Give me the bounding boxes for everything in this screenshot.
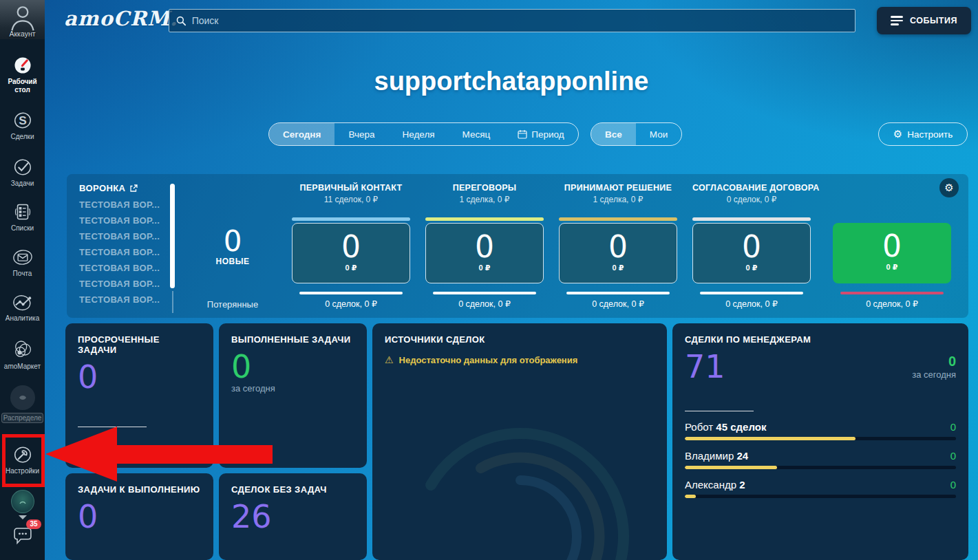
stage-name: ПРИНИМАЮТ РЕШЕНИЕ — [559, 183, 677, 193]
stage-footer-bar — [299, 292, 403, 294]
search-input[interactable] — [192, 15, 848, 26]
card-title: ВЫПОЛНЕННЫЕ ЗАДАЧИ — [231, 334, 354, 345]
pipeline-item[interactable]: ТЕСТОВАЯ ВОР... — [79, 215, 160, 226]
done-tasks-subtitle: за сегодня — [231, 383, 354, 394]
gear-icon: ⚙ — [893, 128, 902, 140]
funnel-title[interactable]: ВОРОНКА — [79, 183, 138, 193]
tab-yesterday[interactable]: Вчера — [334, 123, 388, 145]
sidebar-item-market[interactable]: amoМаркет — [0, 338, 45, 371]
no-data-warning: ⚠ Недостаточно данных для отображения — [385, 354, 655, 365]
chat-icon-wrap: 35 — [11, 524, 34, 548]
stage-amount: 0 ₽ — [833, 263, 951, 272]
stage-value: 0 — [293, 232, 410, 262]
annotation-arrow-head — [45, 427, 117, 482]
manager-row: Владимир 24 0 — [685, 450, 956, 469]
stage-color-bar — [292, 217, 410, 221]
sidebar-item-lists[interactable]: Списки — [0, 202, 45, 233]
stage-box[interactable]: 0 0 ₽ — [559, 223, 677, 283]
stage-name: ПЕРВИЧНЫЙ КОНТАКТ — [292, 183, 410, 193]
funnel-list-scrollbar[interactable] — [170, 184, 175, 288]
manager-today-value: 0 — [950, 479, 956, 491]
card-no-task-leads: СДЕЛОК БЕЗ ЗАДАЧ 26 — [219, 473, 367, 560]
page-title: supportchatapponline — [45, 67, 978, 96]
configure-button-label: Настроить — [907, 129, 953, 140]
manager-bar-fill — [685, 437, 855, 440]
annotation-arrow-shaft — [116, 445, 273, 464]
manager-name: Владимир 24 — [685, 450, 748, 462]
manager-name: Александр 2 — [685, 479, 745, 491]
card-title: СДЕЛКИ ПО МЕНЕДЖЕРАМ — [685, 334, 811, 345]
overdue-tasks-value: 0 — [78, 360, 201, 394]
sidebar-item-label: Задачи — [11, 180, 34, 188]
today-label: за сегодня — [912, 369, 956, 380]
sidebar-item-distribution[interactable]: Распределе — [0, 385, 45, 423]
pipeline-item[interactable]: ТЕСТОВАЯ ВОР... — [79, 294, 160, 305]
divider — [685, 411, 754, 411]
warning-text: Недостаточно данных для отображения — [399, 355, 578, 365]
sidebar-item-label: Аналитика — [6, 314, 40, 323]
stage-footer-bar — [433, 292, 536, 294]
sidebar-item-tasks[interactable]: Задачи — [0, 157, 45, 188]
tab-mine[interactable]: Мои — [636, 123, 681, 145]
sidebar-item-label: Списки — [11, 224, 34, 233]
sidebar-item-desktop[interactable]: Рабочий стол — [0, 55, 45, 94]
person-icon — [8, 1, 38, 32]
search-bar[interactable] — [169, 9, 855, 32]
lost-leads-label[interactable]: Потерянные — [204, 299, 261, 310]
card-todo-tasks: ЗАДАЧИ К ВЫПОЛНЕНИЮ 0 — [65, 473, 213, 560]
sidebar-item-profile-status[interactable] — [0, 490, 45, 519]
tab-all[interactable]: Все — [591, 123, 636, 145]
tab-month[interactable]: Месяц — [449, 123, 504, 145]
pipeline-item[interactable]: ТЕСТОВАЯ ВОР... — [79, 263, 160, 273]
distribution-label: Распределе — [1, 413, 44, 423]
manager-bar-fill — [685, 466, 777, 469]
tab-period[interactable]: Период — [504, 123, 577, 145]
total-leads-value: 71 — [685, 350, 811, 383]
list-icon — [12, 202, 33, 222]
stage-amount: 0 ₽ — [293, 263, 410, 272]
no-task-leads-value: 26 — [231, 500, 354, 533]
sidebar-item-mail[interactable]: Почта — [0, 247, 45, 278]
stage-primary-contact: ПЕРВИЧНЫЙ КОНТАКТ 11 сделок, 0 ₽ 0 0 ₽ 0… — [292, 174, 410, 318]
scope-tab-group: Все Мои — [591, 122, 682, 146]
mail-icon — [12, 247, 34, 268]
stage-box[interactable]: 0 0 ₽ — [692, 223, 811, 283]
funnel-settings-gear-icon[interactable]: ⚙ — [939, 178, 959, 197]
distribution-icon — [10, 385, 35, 410]
amocrm-logo[interactable]: amoCRM. — [64, 7, 178, 30]
pipeline-item[interactable]: ТЕСТОВАЯ ВОР... — [79, 200, 160, 210]
sidebar-item-account[interactable]: Аккаунт — [0, 0, 45, 39]
sidebar-item-analytics[interactable]: Аналитика — [0, 292, 45, 323]
manager-row: Александр 2 0 — [685, 479, 956, 498]
stage-summary: 1 сделка, 0 ₽ — [425, 195, 544, 204]
stage-amount: 0 ₽ — [560, 263, 677, 272]
stage-decision: ПРИНИМАЮТ РЕШЕНИЕ 1 сделка, 0 ₽ 0 0 ₽ 0 … — [559, 174, 677, 318]
account-label: Аккаунт — [9, 30, 35, 38]
sidebar-item-label: Сделки — [10, 133, 34, 141]
stage-box-success[interactable]: 0 0 ₽ — [833, 223, 951, 283]
sidebar-item-leads[interactable]: S Сделки — [0, 110, 45, 141]
pipeline-item[interactable]: ТЕСТОВАЯ ВОР... — [79, 247, 160, 257]
stage-footer: 0 сделок, 0 ₽ — [425, 299, 544, 309]
stage-box[interactable]: 0 0 ₽ — [292, 223, 410, 283]
main-content: amoCRM. СОБЫТИЯ supportchatapponline Сег… — [45, 0, 978, 560]
stage-footer-bar — [840, 292, 944, 294]
configure-button[interactable]: ⚙ Настроить — [878, 122, 968, 146]
sidebar-item-label: Почта — [13, 270, 32, 278]
manager-row: Робот 45 сделок 0 — [685, 421, 956, 440]
tab-period-label: Период — [531, 129, 564, 140]
tab-today[interactable]: Сегодня — [269, 123, 334, 145]
stage-value: 0 — [560, 232, 677, 262]
events-button[interactable]: СОБЫТИЯ — [877, 7, 971, 34]
manager-today-value: 0 — [950, 450, 956, 462]
tab-week[interactable]: Неделя — [389, 123, 449, 145]
sidebar-item-label: стол — [14, 86, 30, 94]
pipeline-item[interactable]: ТЕСТОВАЯ ВОР... — [79, 231, 160, 241]
stage-negotiation: ПЕРЕГОВОРЫ 1 сделка, 0 ₽ 0 0 ₽ 0 сделок,… — [425, 174, 544, 318]
card-title: ПРОСРОЧЕННЫЕ ЗАДАЧИ — [78, 334, 201, 355]
stage-box[interactable]: 0 0 ₽ — [425, 223, 544, 283]
card-title: ЗАДАЧИ К ВЫПОЛНЕНИЮ — [78, 484, 201, 495]
pipeline-item[interactable]: ТЕСТОВАЯ ВОР... — [79, 279, 160, 289]
sidebar-item-chat[interactable]: 35 — [0, 524, 45, 548]
svg-text:S: S — [19, 114, 27, 127]
